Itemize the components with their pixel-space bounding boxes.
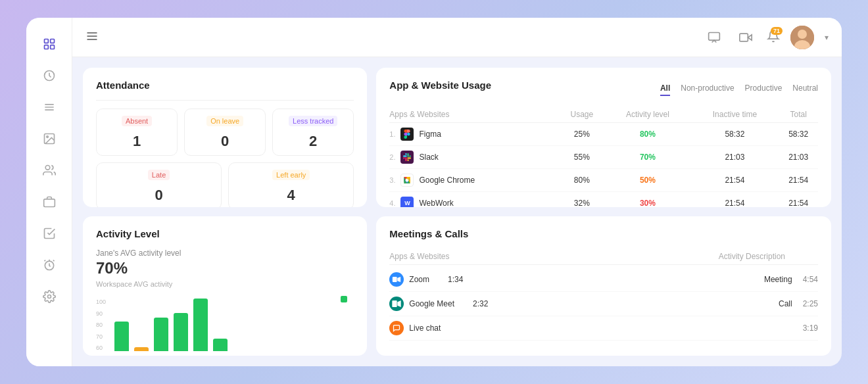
y-label-60: 60 — [96, 345, 106, 351]
activity-level-card: Activity Level Jane's AVG activity level… — [83, 216, 367, 356]
main-container: 71 ▾ Attendance Absent — [26, 18, 842, 366]
svg-rect-28 — [393, 300, 397, 307]
tab-non-productive[interactable]: Non-productive — [681, 84, 734, 96]
meet-icon — [389, 297, 404, 311]
avatar-chevron[interactable]: ▾ — [825, 33, 829, 42]
y-label-100: 100 — [96, 299, 106, 305]
svg-marker-19 — [748, 34, 752, 39]
svg-rect-18 — [709, 32, 720, 40]
svg-rect-3 — [50, 45, 54, 49]
svg-point-10 — [45, 166, 50, 170]
sidebar-item-users[interactable] — [36, 157, 62, 183]
late-badge: Late 0 — [96, 162, 222, 207]
activity-val: 70% — [604, 146, 690, 169]
svg-rect-1 — [50, 39, 54, 43]
video-icon[interactable] — [735, 27, 756, 48]
meeting-row-zoom: Zoom 1:34 Meeting 4:54 — [389, 268, 818, 292]
svg-rect-26 — [393, 277, 397, 282]
app-name: WebWork — [419, 199, 453, 207]
notification-badge: 71 — [771, 27, 783, 35]
sidebar-item-timer[interactable] — [36, 252, 62, 278]
livechat-desc-time: 3:19 — [803, 324, 818, 333]
meetings-header: Apps & Websites Activity Description — [389, 249, 818, 265]
bar-5 — [193, 299, 208, 351]
zoom-desc-time: 4:54 — [803, 275, 818, 284]
sidebar-item-briefcase[interactable] — [36, 189, 62, 215]
less-tracked-label: Less tracked — [289, 116, 337, 126]
svg-point-22 — [798, 30, 807, 39]
sidebar-item-clock[interactable] — [36, 62, 62, 89]
usage-val: 55% — [559, 146, 604, 169]
top-bar: 71 ▾ — [72, 18, 842, 57]
tab-neutral[interactable]: Neutral — [792, 84, 818, 96]
usage-val: 32% — [559, 192, 604, 208]
row-num: 1. — [389, 130, 395, 138]
notification-button[interactable]: 71 — [767, 30, 780, 45]
svg-point-9 — [46, 136, 48, 138]
sidebar-item-grid[interactable] — [36, 31, 62, 57]
col-apps: Apps & Websites — [389, 107, 559, 123]
late-label: Late — [148, 170, 170, 180]
inactive-val: 21:03 — [690, 146, 779, 169]
hamburger-button[interactable] — [85, 30, 99, 45]
total-val: 21:54 — [779, 192, 818, 208]
zoom-duration: 1:34 — [448, 275, 463, 284]
meetings-col1: Apps & Websites — [389, 252, 449, 261]
meet-desc: Call — [591, 299, 792, 308]
attendance-top-row: Absent 1 On leave 0 Less tracked 2 — [96, 108, 354, 156]
svg-rect-20 — [740, 34, 748, 41]
meeting-left-zoom: Zoom 1:34 — [389, 272, 591, 287]
sidebar-item-list[interactable] — [36, 94, 62, 120]
tab-productive[interactable]: Productive — [745, 84, 783, 96]
meet-name: Google Meet — [409, 299, 454, 308]
livechat-name: Live chat — [409, 324, 441, 333]
sidebar-item-settings[interactable] — [36, 283, 62, 310]
absent-badge: Absent 1 — [96, 108, 178, 156]
sidebar-item-check[interactable] — [36, 220, 62, 247]
usage-val: 80% — [559, 169, 604, 192]
on-leave-label: On leave — [206, 116, 243, 126]
attendance-bottom-row: Late 0 Left early 4 — [96, 162, 354, 207]
left-early-label: Left early — [272, 170, 310, 180]
meet-desc-time: 2:25 — [803, 299, 818, 308]
on-leave-value: 0 — [193, 133, 257, 150]
sidebar-item-image[interactable] — [36, 126, 62, 152]
webwork-icon: W — [400, 197, 414, 207]
chat-icon[interactable] — [704, 27, 725, 48]
svg-rect-2 — [44, 45, 48, 49]
attendance-card: Attendance Absent 1 On leave 0 Less trac… — [83, 68, 367, 207]
avg-value: 70% — [96, 259, 181, 277]
total-val: 21:03 — [779, 146, 818, 169]
figma-icon — [400, 128, 414, 141]
activity-val: 80% — [604, 123, 690, 146]
less-tracked-value: 2 — [281, 133, 345, 150]
meeting-row-livechat: Live chat 3:19 — [389, 316, 818, 341]
app-name-cell: 1. Figma — [389, 123, 559, 146]
svg-rect-0 — [44, 39, 48, 43]
col-usage: Usage — [559, 107, 604, 123]
col-activity: Activity level — [604, 107, 690, 123]
y-label-80: 80 — [96, 322, 106, 328]
row-num: 2. — [389, 153, 395, 161]
row-num: 3. — [389, 176, 395, 184]
app-usage-title: App & Website Usage — [389, 80, 491, 91]
zoom-icon — [389, 272, 404, 287]
attendance-title: Attendance — [96, 80, 354, 91]
usage-val: 25% — [559, 123, 604, 146]
avatar[interactable] — [790, 26, 814, 49]
avatar-image — [790, 26, 814, 49]
bar-1 — [114, 322, 129, 351]
meet-duration: 2:32 — [473, 299, 488, 308]
top-bar-right: 71 ▾ — [704, 26, 829, 49]
livechat-icon — [389, 321, 404, 335]
bar-chart — [96, 299, 354, 351]
bar-4 — [174, 313, 188, 351]
col-total: Total — [779, 107, 818, 123]
activity-level-title: Activity Level — [96, 228, 354, 239]
total-val: 58:32 — [779, 123, 818, 146]
left-early-badge: Left early 4 — [228, 162, 354, 207]
meetings-col2: Activity Description — [719, 252, 785, 261]
tab-all[interactable]: All — [660, 84, 670, 96]
inactive-val: 21:54 — [690, 192, 779, 208]
table-row: 4. W WebWork 32% 30% 21:54 21:54 — [389, 192, 818, 208]
